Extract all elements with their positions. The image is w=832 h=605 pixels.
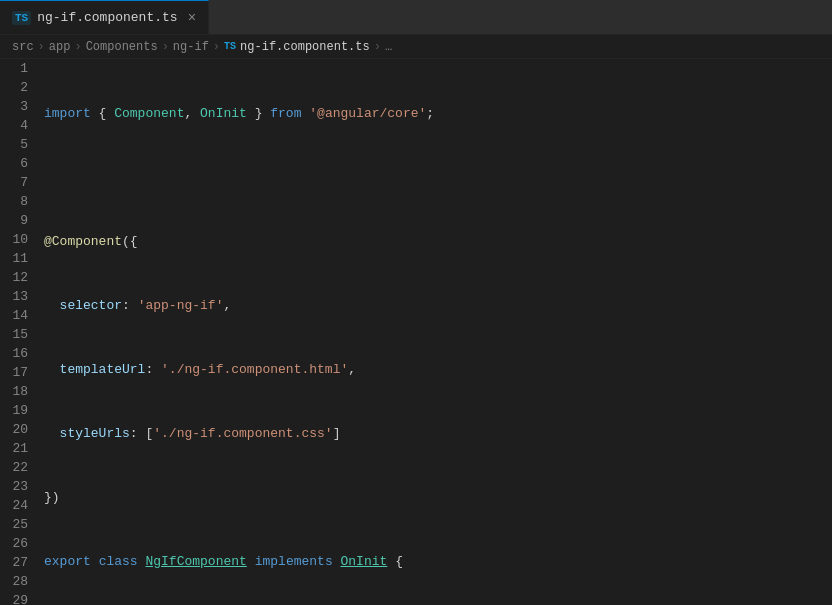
code-line-6: styleUrls: ['./ng-if.component.css']: [44, 424, 832, 443]
code-line-7: }): [44, 488, 832, 507]
ln-2: 2: [8, 78, 28, 97]
ln-4: 4: [8, 116, 28, 135]
ln-7: 7: [8, 173, 28, 192]
ln-9: 9: [8, 211, 28, 230]
breadcrumb-sep3: ›: [162, 40, 169, 54]
tab-filename: ng-if.component.ts: [37, 10, 177, 25]
breadcrumb-components: Components: [86, 40, 158, 54]
ln-6: 6: [8, 154, 28, 173]
ln-19: 19: [8, 401, 28, 420]
ln-20: 20: [8, 420, 28, 439]
ln-23: 23: [8, 477, 28, 496]
ln-18: 18: [8, 382, 28, 401]
code-line-8: export class NgIfComponent implements On…: [44, 552, 832, 571]
ln-8: 8: [8, 192, 28, 211]
ln-12: 12: [8, 268, 28, 287]
ln-17: 17: [8, 363, 28, 382]
ln-27: 27: [8, 553, 28, 572]
ln-16: 16: [8, 344, 28, 363]
breadcrumb-sep1: ›: [38, 40, 45, 54]
line-numbers: 1 2 3 4 5 6 7 8 9 10 11 12 13 14 15 16 1…: [0, 59, 40, 605]
ln-1: 1: [8, 59, 28, 78]
code-line-5: templateUrl: './ng-if.component.html',: [44, 360, 832, 379]
tab-ng-if[interactable]: TS ng-if.component.ts ×: [0, 0, 209, 34]
code-line-1: import { Component, OnInit } from '@angu…: [44, 104, 832, 123]
breadcrumb-app: app: [49, 40, 71, 54]
ln-14: 14: [8, 306, 28, 325]
breadcrumb-ts-badge: TS: [224, 41, 236, 52]
tab-bar: TS ng-if.component.ts ×: [0, 0, 832, 35]
ln-11: 11: [8, 249, 28, 268]
code-line-3: @Component({: [44, 232, 832, 251]
ln-22: 22: [8, 458, 28, 477]
breadcrumb-src: src: [12, 40, 34, 54]
breadcrumb-ngif: ng-if: [173, 40, 209, 54]
ln-24: 24: [8, 496, 28, 515]
ln-15: 15: [8, 325, 28, 344]
code-line-2: [44, 168, 832, 187]
editor-window: TS ng-if.component.ts × src › app › Comp…: [0, 0, 832, 605]
breadcrumb-sep2: ›: [74, 40, 81, 54]
ln-10: 10: [8, 230, 28, 249]
breadcrumb-sep4: ›: [213, 40, 220, 54]
editor-area: 1 2 3 4 5 6 7 8 9 10 11 12 13 14 15 16 1…: [0, 59, 832, 605]
ln-13: 13: [8, 287, 28, 306]
ln-29: 29: [8, 591, 28, 605]
code-content[interactable]: import { Component, OnInit } from '@angu…: [40, 59, 832, 605]
breadcrumb-dots: …: [385, 40, 392, 54]
close-icon[interactable]: ×: [188, 10, 196, 26]
ln-5: 5: [8, 135, 28, 154]
breadcrumb-filename: ng-if.component.ts: [240, 40, 370, 54]
ln-3: 3: [8, 97, 28, 116]
code-line-4: selector: 'app-ng-if',: [44, 296, 832, 315]
ln-21: 21: [8, 439, 28, 458]
ln-26: 26: [8, 534, 28, 553]
ln-28: 28: [8, 572, 28, 591]
ts-icon: TS: [12, 11, 31, 25]
breadcrumb-sep5: ›: [374, 40, 381, 54]
breadcrumb: src › app › Components › ng-if › TS ng-i…: [0, 35, 832, 59]
ln-25: 25: [8, 515, 28, 534]
